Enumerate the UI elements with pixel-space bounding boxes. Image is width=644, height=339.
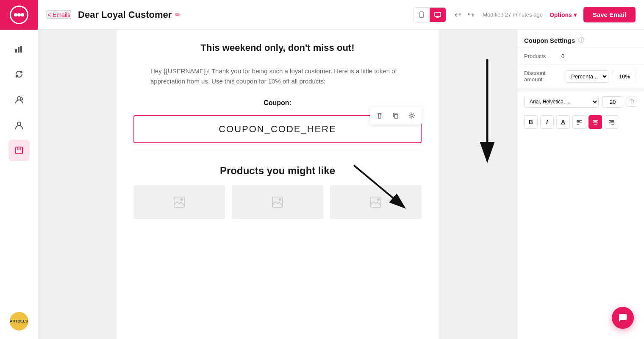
bar-chart-icon [14, 44, 24, 53]
sidebar: ARTBEES [0, 0, 38, 339]
product-card-2[interactable] [232, 185, 323, 219]
avatar[interactable]: ARTBEES [10, 312, 28, 331]
mobile-view-button[interactable] [414, 8, 430, 22]
products-value: 0 [561, 53, 564, 59]
coupon-toolbar [370, 107, 422, 125]
back-button[interactable]: < Emails [47, 11, 71, 19]
svg-rect-3 [15, 49, 17, 53]
right-panel: Coupon Settings ⓘ Products 0 Discount am… [517, 30, 644, 339]
avatar-text: ARTBEES [10, 319, 28, 323]
gear-icon [408, 112, 415, 119]
undo-button[interactable]: ↩ [453, 8, 463, 21]
options-button[interactable]: Options ▾ [550, 11, 577, 18]
svg-rect-17 [272, 197, 283, 207]
email-canvas[interactable]: This weekend only, don't miss out! Hey {… [38, 30, 517, 339]
align-right-button[interactable] [605, 115, 618, 129]
email-headline: This weekend only, don't miss out! [117, 30, 439, 58]
sidebar-item-analytics[interactable] [8, 38, 30, 59]
products-row: Products 0 [517, 48, 644, 65]
svg-point-18 [279, 198, 281, 201]
sync-icon [14, 69, 24, 79]
logo-mark [10, 6, 28, 24]
duplicate-coupon-button[interactable] [389, 109, 402, 122]
email-body: This weekend only, don't miss out! Hey {… [117, 30, 439, 339]
align-center-icon [592, 119, 598, 125]
discount-type-select[interactable]: Percenta... [566, 70, 608, 83]
font-transform-button[interactable]: Tr [627, 97, 637, 107]
align-center-button[interactable] [588, 115, 602, 129]
font-size-input[interactable] [602, 96, 623, 108]
bold-button[interactable]: B [524, 115, 538, 129]
logo[interactable] [0, 0, 38, 30]
products-label: Products [524, 53, 558, 59]
trash-icon [376, 112, 383, 119]
svg-point-2 [21, 13, 24, 17]
products-headline: Products you might like [117, 152, 439, 185]
product-card-3[interactable] [330, 185, 422, 219]
svg-rect-15 [174, 197, 184, 207]
svg-point-6 [17, 97, 21, 100]
align-left-button[interactable] [572, 115, 586, 129]
underline-button[interactable]: A [556, 115, 570, 129]
annotation-arrow-2 [475, 55, 500, 167]
svg-point-20 [377, 198, 380, 201]
logo-icon [13, 11, 25, 19]
redo-button[interactable]: ↪ [466, 8, 476, 21]
product-placeholder-icon-1 [172, 195, 186, 209]
save-email-button[interactable]: Save Email [583, 7, 636, 22]
discount-value-input[interactable] [612, 71, 637, 82]
panel-title: Coupon Settings [524, 37, 575, 44]
align-left-icon [576, 119, 582, 125]
info-icon: ⓘ [578, 36, 584, 44]
svg-rect-5 [20, 46, 22, 53]
email-body-text[interactable]: Hey {{USERNAME}}! Thank you for being su… [117, 58, 439, 95]
svg-point-16 [180, 198, 183, 201]
svg-point-1 [17, 13, 21, 17]
edit-title-icon[interactable]: ✏ [175, 11, 180, 19]
format-row: B I A [517, 112, 644, 132]
svg-point-11 [422, 16, 422, 17]
main-area: < Emails Dear Loyal Customer ✏ ↩ ↪ [38, 0, 644, 339]
svg-rect-19 [371, 197, 381, 207]
sidebar-item-contacts[interactable] [8, 89, 30, 110]
sidebar-item-sync[interactable] [8, 64, 30, 85]
title-area: Dear Loyal Customer ✏ [78, 9, 180, 20]
sidebar-item-user[interactable] [8, 114, 30, 136]
align-right-icon [608, 119, 614, 125]
products-grid [117, 185, 439, 232]
undo-redo-group: ↩ ↪ [453, 8, 476, 21]
italic-button[interactable]: I [540, 115, 554, 129]
coupon-section: COUPON_CODE_HERE [117, 111, 439, 152]
svg-rect-9 [16, 147, 22, 154]
discount-row: Discount amount: Percenta... [517, 65, 644, 88]
mobile-icon [418, 11, 425, 18]
arrow-svg-2 [475, 55, 500, 165]
product-placeholder-icon-2 [271, 195, 284, 209]
panel-divider [517, 88, 644, 92]
modified-status: Modified 27 minutes ago [483, 11, 543, 18]
panel-header: Coupon Settings ⓘ [517, 30, 644, 48]
svg-point-0 [14, 13, 17, 17]
settings-coupon-button[interactable] [405, 109, 418, 122]
svg-point-7 [20, 98, 22, 100]
user-icon [14, 120, 24, 130]
chat-bubble-button[interactable] [612, 307, 634, 329]
view-toggles [413, 7, 446, 22]
sidebar-item-products[interactable] [8, 140, 30, 161]
font-family-select[interactable]: Arial, Helvetica, ... [524, 96, 599, 108]
svg-point-14 [411, 115, 413, 117]
copy-icon [392, 112, 399, 119]
font-row: Arial, Helvetica, ... Tr [517, 92, 644, 112]
delete-coupon-button[interactable] [373, 109, 386, 122]
discount-label: Discount amount: [524, 70, 562, 83]
desktop-icon [434, 11, 441, 18]
svg-rect-13 [394, 114, 398, 118]
desktop-view-button[interactable] [430, 8, 446, 22]
svg-point-8 [17, 122, 21, 125]
chat-icon [618, 313, 628, 323]
sidebar-nav [8, 30, 30, 312]
svg-rect-4 [18, 47, 19, 53]
page-title: Dear Loyal Customer [78, 9, 172, 20]
svg-rect-12 [435, 12, 441, 17]
product-card-1[interactable] [133, 185, 225, 219]
